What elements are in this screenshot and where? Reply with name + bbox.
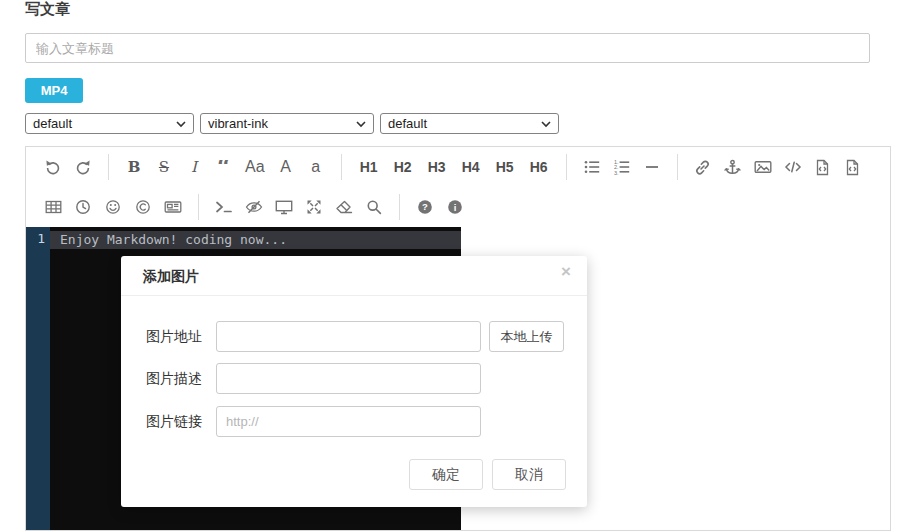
toolbar-h6-button[interactable]: H6	[530, 153, 548, 181]
select-value: vibrant-ink	[208, 116, 356, 131]
cancel-button[interactable]: 取消	[492, 459, 566, 490]
toolbar-list-ol-button[interactable]: 1.2.3.	[613, 153, 631, 181]
preview-icon	[275, 199, 293, 215]
toolbar-code-button[interactable]	[784, 153, 802, 181]
toolbar-divider	[399, 194, 400, 220]
image-link-input[interactable]	[216, 406, 481, 437]
toolbar-h4-button[interactable]: H4	[462, 153, 480, 181]
toolbar-preview-button[interactable]	[275, 193, 293, 221]
line-number: 1	[26, 227, 50, 246]
toolbar-divider	[108, 154, 109, 180]
chevron-down-icon	[356, 116, 366, 131]
watch-icon	[245, 199, 263, 215]
image-url-row: 图片地址 本地上传	[121, 321, 587, 352]
add-image-dialog: 添加图片 × 图片地址 本地上传 图片描述 图片链接 确定 取消	[121, 256, 587, 507]
image-url-input[interactable]	[216, 321, 481, 352]
select-value: default	[388, 116, 541, 131]
toolbar-help-button[interactable]: ?	[416, 193, 434, 221]
toolbar-list-ul-button[interactable]	[583, 153, 601, 181]
toolbar-h3-button[interactable]: H3	[428, 153, 446, 181]
toolbar-search-button[interactable]	[365, 193, 383, 221]
table-icon	[45, 199, 62, 215]
toolbar-bold-button[interactable]: B	[125, 153, 143, 181]
toolbar-horizontal-rule-button[interactable]	[643, 153, 661, 181]
image-description-input[interactable]	[216, 363, 481, 394]
toolbar-divider	[566, 154, 567, 180]
toolbar-goto-line-button[interactable]	[215, 193, 233, 221]
info-icon: i	[447, 199, 463, 215]
toolbar-italic-button[interactable]: I	[185, 153, 203, 181]
toolbar-divider	[198, 194, 199, 220]
html-entities-icon	[135, 199, 151, 215]
image-link-row: 图片链接	[121, 406, 587, 437]
svg-text:?: ?	[422, 201, 428, 212]
toolbar-row1: BSI“AaAaH1H2H3H4H5H61.2.3.	[26, 147, 890, 187]
local-upload-button[interactable]: 本地上传	[489, 321, 564, 352]
article-title-input[interactable]	[25, 33, 870, 63]
help-icon: ?	[417, 199, 433, 215]
toolbar-emoji-button[interactable]	[104, 193, 122, 221]
dialog-title: 添加图片	[143, 268, 199, 286]
goto-line-icon	[215, 200, 233, 214]
toolbar-strikethrough-button[interactable]: S	[155, 153, 173, 181]
toolbar-preformatted-text-button[interactable]	[814, 153, 832, 181]
svg-text:i: i	[454, 202, 457, 213]
toolbar-watch-button[interactable]	[245, 193, 263, 221]
editor-theme-select[interactable]: default	[25, 113, 194, 134]
image-link-label: 图片链接	[146, 406, 202, 437]
preview-theme-select[interactable]: default	[380, 113, 559, 134]
toolbar-h1-button[interactable]: H1	[360, 153, 378, 181]
toolbar-row2: ?i	[26, 187, 890, 227]
mp4-button[interactable]: MP4	[25, 78, 83, 103]
anchor-icon	[724, 159, 741, 176]
fullscreen-icon	[306, 199, 322, 215]
toolbar-code-block-button[interactable]	[844, 153, 862, 181]
toolbar-h5-button[interactable]: H5	[496, 153, 514, 181]
toolbar-html-entities-button[interactable]	[134, 193, 152, 221]
editor-active-line[interactable]: Enjoy Markdown! coding now...	[50, 231, 461, 249]
toolbar-redo-button[interactable]	[74, 153, 92, 181]
toolbar-divider	[341, 154, 342, 180]
toolbar-fullscreen-button[interactable]	[305, 193, 323, 221]
datetime-icon	[75, 199, 91, 215]
code-icon	[784, 159, 802, 175]
toolbar-link-button[interactable]	[694, 153, 712, 181]
emoji-icon	[105, 199, 121, 215]
chevron-down-icon	[176, 116, 186, 131]
chevron-down-icon	[541, 116, 551, 131]
image-icon	[754, 159, 772, 175]
toolbar-h2-button[interactable]: H2	[394, 153, 412, 181]
toolbar-undo-button[interactable]	[44, 153, 62, 181]
toolbar-datetime-button[interactable]	[74, 193, 92, 221]
pagebreak-icon	[164, 199, 182, 215]
toolbar-info-button[interactable]: i	[446, 193, 464, 221]
image-description-label: 图片描述	[146, 363, 202, 394]
svg-text:3.: 3.	[614, 170, 619, 176]
line-number-gutter: 1	[26, 227, 50, 530]
confirm-button[interactable]: 确定	[409, 459, 483, 490]
toolbar-pagebreak-button[interactable]	[164, 193, 182, 221]
codemirror-theme-select[interactable]: vibrant-ink	[200, 113, 374, 134]
toolbar-quote-button[interactable]: “	[215, 160, 233, 175]
toolbar-table-button[interactable]	[44, 193, 62, 221]
toolbar-uppercase-button[interactable]: A	[277, 153, 295, 181]
preformatted-text-icon	[815, 159, 830, 176]
dialog-header: 添加图片 ×	[121, 256, 587, 296]
toolbar-divider	[677, 154, 678, 180]
list-ol-icon: 1.2.3.	[614, 159, 630, 175]
page-title: 写文章	[25, 0, 70, 19]
select-value: default	[33, 116, 176, 131]
toolbar-clear-button[interactable]	[335, 193, 353, 221]
redo-icon	[75, 159, 91, 175]
link-icon	[694, 159, 711, 176]
toolbar-lowercase-button[interactable]: a	[307, 153, 325, 181]
close-icon[interactable]: ×	[561, 263, 571, 280]
toolbar-image-button[interactable]	[754, 153, 772, 181]
editor-toolbar: BSI“AaAaH1H2H3H4H5H61.2.3. ?i	[26, 147, 890, 228]
toolbar-anchor-button[interactable]	[724, 153, 742, 181]
search-icon	[366, 199, 382, 215]
toolbar-ucwords-button[interactable]: Aa	[245, 153, 265, 181]
image-url-label: 图片地址	[146, 321, 202, 352]
code-block-icon	[845, 159, 860, 176]
undo-icon	[45, 159, 61, 175]
